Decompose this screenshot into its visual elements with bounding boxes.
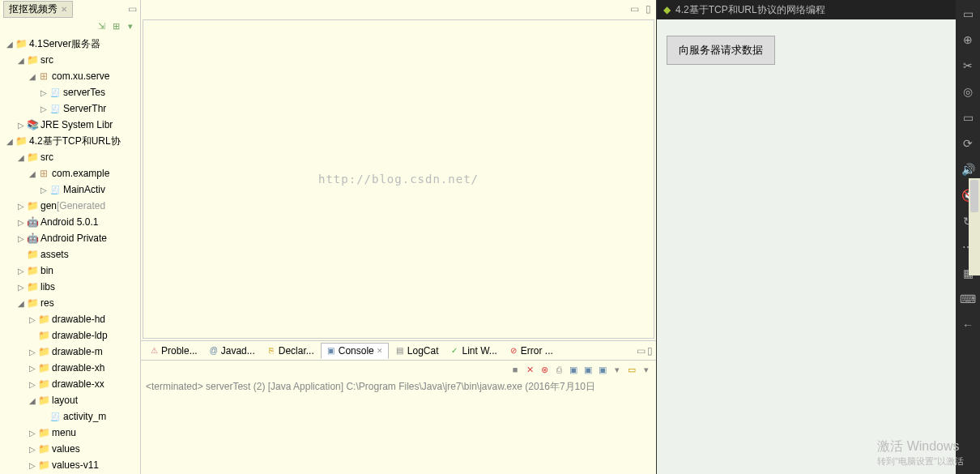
expand-icon[interactable]: ◢: [16, 299, 26, 308]
tree-row[interactable]: ◢📁layout: [0, 392, 140, 408]
tree-row[interactable]: ▷📁values: [0, 441, 140, 457]
expand-icon[interactable]: ▷: [39, 88, 49, 97]
tree-row[interactable]: ◢📁4.1Server服务器: [0, 36, 140, 52]
tree-label: gen: [40, 200, 57, 211]
expand-icon[interactable]: ◢: [28, 72, 37, 81]
expand-icon[interactable]: ▷: [28, 364, 37, 373]
tree-row[interactable]: ▷📁drawable-xh: [0, 360, 140, 376]
rail-icon[interactable]: ✂: [961, 58, 975, 73]
editor-body[interactable]: http://blog.csdn.net/: [143, 19, 654, 339]
tree-row[interactable]: 📁drawable-ldp: [0, 327, 140, 344]
expand-icon[interactable]: ▷: [16, 234, 26, 243]
expand-icon[interactable]: ▷: [39, 186, 49, 194]
tree-row[interactable]: ▷📁menu: [0, 425, 140, 441]
tree-row[interactable]: ▷🧾serverTes: [0, 84, 140, 100]
expand-icon[interactable]: ▷: [16, 283, 26, 292]
tree-row[interactable]: ◢⊞com.example: [0, 165, 140, 181]
collapse-icon[interactable]: ⇲: [95, 19, 108, 32]
expand-icon[interactable]: ▷: [28, 461, 37, 470]
console-body[interactable]: <terminated> serverTest (2) [Java Applic…: [141, 378, 656, 474]
expand-icon[interactable]: ▷: [16, 121, 26, 130]
expand-icon[interactable]: ▷: [28, 348, 37, 357]
toolbar-icon[interactable]: ▭: [625, 363, 638, 376]
tree-row[interactable]: ◢📁res: [0, 295, 140, 311]
toolbar-icon[interactable]: ⎙: [552, 363, 565, 376]
maximize-icon[interactable]: ▯: [647, 345, 653, 357]
bottom-panel: ⚠Proble...@Javad...⎘Declar...▣Console✕▤L…: [141, 340, 656, 474]
tree-row[interactable]: 🧾activity_m: [0, 408, 140, 425]
expand-icon[interactable]: ▷: [16, 267, 26, 275]
close-icon[interactable]: ✕: [377, 347, 383, 355]
tree-row[interactable]: ◢📁4.2基于TCP和URL协: [0, 133, 140, 149]
toolbar-icon[interactable]: ▾: [611, 363, 624, 376]
expand-icon[interactable]: ▷: [28, 429, 37, 438]
expand-icon[interactable]: ◢: [16, 56, 26, 65]
tree-row[interactable]: ▷🧾MainActiv: [0, 181, 140, 198]
minimize-icon[interactable]: ▭: [637, 345, 646, 357]
tree-row[interactable]: ▷📁values-v11: [0, 457, 140, 473]
expand-icon[interactable]: ◢: [5, 137, 15, 146]
tree-row[interactable]: ▷🤖Android 5.0.1: [0, 214, 140, 230]
maximize-icon[interactable]: ▯: [644, 3, 653, 15]
toolbar-icon[interactable]: ✕: [523, 363, 536, 376]
expand-icon[interactable]: ▷: [28, 315, 37, 324]
tree-row[interactable]: ◢📁src: [0, 149, 140, 165]
tree-row[interactable]: ▷📁drawable-hd: [0, 311, 140, 327]
toolbar-icon[interactable]: ▾: [640, 363, 653, 376]
toolbar-icon[interactable]: ▣: [596, 363, 609, 376]
project-tree[interactable]: ◢📁4.1Server服务器◢📁src◢⊞com.xu.serve▷🧾serve…: [0, 34, 140, 474]
rail-icon[interactable]: ▭: [961, 6, 975, 21]
tab-declar[interactable]: ⎘Declar...: [262, 344, 319, 358]
tree-row[interactable]: ▷📁libs: [0, 279, 140, 295]
expand-icon[interactable]: ◢: [28, 396, 37, 405]
emulator-screen[interactable]: 向服务器请求数据: [657, 19, 956, 474]
explorer-tab[interactable]: 抠抠视频秀 ✕: [3, 1, 73, 18]
expand-icon[interactable]: ◢: [5, 40, 15, 49]
tree-row[interactable]: ▷📁drawable-m: [0, 344, 140, 360]
rail-icon[interactable]: ⊕: [961, 32, 975, 47]
tab-lintw[interactable]: ✓Lint W...: [445, 344, 501, 358]
tab-javad[interactable]: @Javad...: [204, 344, 260, 358]
view-menu-icon[interactable]: ▾: [124, 19, 137, 32]
rail-icon[interactable]: ⌨: [961, 292, 975, 306]
tree-row[interactable]: ▷📁drawable-xx: [0, 376, 140, 392]
emulator-title: 4.2基于TCP和URL协议的网络编程: [675, 3, 825, 17]
rail-icon[interactable]: ←: [961, 318, 975, 332]
minimize-icon[interactable]: ▭: [125, 3, 140, 15]
close-icon[interactable]: ✕: [61, 5, 67, 14]
expand-icon[interactable]: ▷: [28, 445, 37, 454]
tree-row[interactable]: ▷🤖Android Private: [0, 230, 140, 246]
tab-error[interactable]: ⊘Error ...: [504, 344, 558, 358]
expand-icon[interactable]: ▷: [39, 105, 49, 113]
tab-logcat[interactable]: ▤LogCat: [390, 344, 444, 358]
rail-icon[interactable]: 🔊: [961, 162, 975, 177]
request-data-button[interactable]: 向服务器请求数据: [667, 36, 775, 65]
java-icon: 🧾: [49, 183, 62, 196]
tree-row[interactable]: ▷🧾ServerThr: [0, 100, 140, 117]
expand-icon[interactable]: ◢: [28, 169, 37, 178]
link-editor-icon[interactable]: ⊞: [109, 19, 122, 32]
minimize-icon[interactable]: ▭: [628, 3, 641, 15]
toolbar-icon[interactable]: ▣: [582, 363, 594, 376]
rail-icon[interactable]: ◎: [961, 84, 975, 99]
expand-icon[interactable]: ◢: [16, 153, 26, 162]
expand-icon[interactable]: ▷: [16, 218, 26, 227]
toolbar-icon[interactable]: ⊗: [538, 363, 551, 376]
tree-row[interactable]: ▷📁gen [Generated: [0, 198, 140, 214]
rail-icon[interactable]: ⟳: [961, 136, 975, 151]
scrollbar[interactable]: [969, 178, 980, 275]
toolbar-icon[interactable]: ▣: [567, 363, 580, 376]
toolbar-icon[interactable]: ■: [509, 363, 522, 376]
tree-row[interactable]: 📁assets: [0, 246, 140, 263]
ide-pane: 抠抠视频秀 ✕ ▭ ⇲ ⊞ ▾ ◢📁4.1Server服务器◢📁src◢⊞com…: [0, 0, 656, 474]
expand-icon[interactable]: ▷: [28, 380, 37, 389]
tab-proble[interactable]: ⚠Proble...: [144, 344, 202, 358]
tree-row[interactable]: ▷📚JRE System Libr: [0, 117, 140, 133]
tree-row[interactable]: ◢⊞com.xu.serve: [0, 68, 140, 84]
tree-label: Android Private: [40, 233, 107, 244]
tree-row[interactable]: ◢📁src: [0, 52, 140, 68]
tree-row[interactable]: ▷📁bin: [0, 263, 140, 279]
expand-icon[interactable]: ▷: [16, 202, 26, 211]
tab-console[interactable]: ▣Console✕: [321, 343, 389, 359]
rail-icon[interactable]: ▭: [961, 110, 975, 125]
